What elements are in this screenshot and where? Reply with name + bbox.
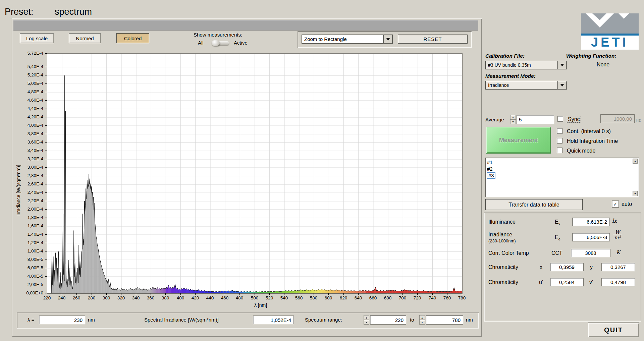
colored-button[interactable]: Colored (116, 33, 149, 43)
y-tick-label: 4,40E-4 (19, 106, 43, 111)
x-tick-label: 720 (411, 295, 424, 300)
chromaticity-u-field[interactable]: 0,2584 (550, 278, 584, 286)
y-tick-label: 3,00E-4 (19, 165, 43, 170)
list-item[interactable]: #3 (487, 172, 631, 179)
reset-button[interactable]: RESET (398, 35, 468, 44)
y-tick-label: 3,60E-4 (19, 139, 43, 145)
x-tick-mark (180, 293, 181, 295)
sync-frequency-input[interactable]: 1000,00 (600, 114, 635, 123)
y-tick-label: 1,60E-4 (19, 223, 43, 228)
y-tick-mark (45, 201, 47, 201)
listbox-items: #1#2#3 (487, 159, 631, 179)
y-tick-mark (45, 151, 47, 151)
reset-label: RESET (423, 36, 442, 42)
quick-mode-checkbox[interactable] (557, 148, 562, 153)
chromaticity-x-field[interactable]: 0,3959 (550, 263, 584, 271)
spectral-irradiance-value-field[interactable]: 1,052E-4 (253, 316, 294, 324)
x-tick-label: 220 (40, 295, 54, 300)
illuminance-label: Illuminance (488, 219, 516, 225)
lambda-input[interactable]: 230 (39, 316, 85, 324)
sync-frequency-unit: Hz (636, 118, 641, 123)
toggle-knob (212, 40, 220, 46)
measurements-listbox[interactable]: #1#2#3 ▲ ▼ (485, 158, 639, 197)
jeti-logo: JETI (581, 13, 639, 50)
preset-value: spectrum (55, 7, 92, 17)
transfer-data-button[interactable]: Transfer data to table (485, 199, 583, 210)
x-tick-mark (136, 293, 136, 295)
y-tick-label: 1,40E-4 (19, 232, 43, 237)
y-tick-label: 8,00E-5 (19, 257, 43, 262)
x-tick-label: 400 (174, 295, 187, 300)
measurement-button-label: Measurement (499, 137, 538, 144)
lambda-value: 230 (74, 317, 83, 323)
y-tick-mark (45, 142, 47, 143)
cont-checkbox[interactable] (557, 128, 562, 134)
y-tick-mark (45, 251, 47, 251)
sync-checkbox[interactable] (557, 116, 563, 122)
x-tick-label: 700 (396, 295, 409, 300)
x-tick-label: 320 (114, 295, 128, 300)
chromaticity-v-value: 0,4798 (610, 279, 626, 285)
toggle-all-label: All (198, 40, 204, 46)
y-tick-mark (45, 260, 47, 260)
normed-button[interactable]: Normed (69, 33, 101, 43)
y-tick-label: 2,60E-4 (19, 181, 43, 186)
y-tick-mark (45, 218, 47, 218)
chromaticity-y-value: 0,3267 (610, 264, 626, 270)
all-active-toggle[interactable] (212, 40, 230, 46)
chromaticity-v-field[interactable]: 0,4798 (601, 278, 635, 286)
hold-integration-checkbox[interactable] (557, 138, 562, 144)
cont-label: Cont. (interval 0 s) (567, 128, 611, 134)
auto-checkbox[interactable]: ✓ (612, 201, 619, 208)
irradiance-value-field[interactable]: 6,506E-3 (572, 233, 610, 241)
x-tick-label: 380 (159, 295, 172, 300)
plot-area[interactable] (47, 53, 463, 294)
x-tick-mark (255, 293, 255, 295)
range-from-spinner[interactable]: ▲▼ (364, 315, 369, 325)
y-tick-mark (45, 53, 47, 54)
cct-value-field[interactable]: 3088 (571, 249, 610, 257)
list-item[interactable]: #1 (487, 159, 631, 166)
range-from-input[interactable]: 220 (370, 315, 406, 325)
spectrum-chart (47, 54, 462, 293)
zoom-mode-dropdown[interactable]: Zoom to Rectangle (302, 35, 393, 44)
log-scale-button[interactable]: Log scale (20, 33, 54, 43)
x-tick-label: 660 (366, 295, 380, 300)
irradiance-symbol: Ee (555, 234, 560, 241)
sync-label: Sync (567, 116, 581, 123)
results-panel: Illuminance Ev 6,613E-2 lx Irradiance (2… (484, 213, 641, 321)
x-tick-label: 460 (218, 295, 231, 300)
y-tick-label: 4,00E-4 (19, 123, 43, 128)
average-spinner[interactable]: ▲▼ (510, 115, 516, 124)
scrollbar-down-arrow-icon[interactable]: ▼ (633, 191, 638, 196)
scrollbar-up-arrow-icon[interactable]: ▲ (633, 159, 638, 164)
y-tick-label: 1,20E-4 (19, 240, 43, 245)
measurement-button[interactable]: Measurement (486, 127, 551, 154)
y-tick-mark (45, 167, 47, 168)
measurement-mode-dropdown[interactable]: Irradiance (485, 81, 567, 90)
y-tick-label: 4,00E-5 (19, 274, 43, 279)
x-tick-label: 620 (337, 295, 350, 300)
calibration-file-dropdown[interactable]: #3 UV bundle 0.35m (485, 61, 567, 69)
x-tick-label: 540 (277, 295, 291, 300)
chromaticity-xy-label: Chromaticity (488, 264, 518, 270)
listbox-scrollbar[interactable]: ▲ ▼ (633, 159, 638, 196)
range-to-input[interactable]: 780 (426, 315, 463, 325)
y-tick-mark (45, 125, 47, 126)
jeti-logo-text: JETI (581, 35, 639, 50)
average-input[interactable]: 5 (517, 115, 554, 124)
chromaticity-y-field[interactable]: 0,3267 (601, 263, 635, 271)
list-item[interactable]: #2 (487, 166, 631, 172)
illuminance-value-field[interactable]: 6,613E-2 (572, 218, 610, 226)
y-tick-mark (45, 268, 47, 268)
x-tick-mark (269, 293, 270, 295)
hold-integration-label: Hold Integration Time (567, 138, 618, 144)
spectrum-range-label: Spectrum range: (305, 317, 342, 323)
y-tick-mark (45, 184, 47, 184)
range-to-spinner[interactable]: ▲▼ (419, 315, 425, 325)
quit-button[interactable]: QUIT (588, 323, 639, 337)
chromaticity-uv-label: Chromaticity (488, 279, 518, 285)
spectral-irradiance-label: Spectral Irradiance [W/(sqm*nm)] (144, 317, 219, 323)
y-tick-mark (45, 83, 47, 84)
x-tick-label: 740 (426, 295, 439, 300)
